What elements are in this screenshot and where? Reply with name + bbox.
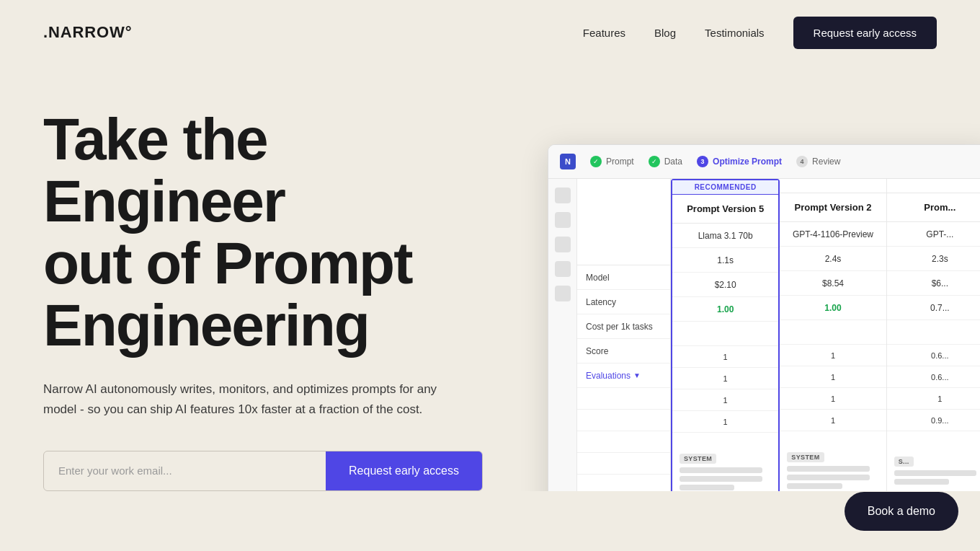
step-review-label: Review <box>812 157 840 167</box>
app-body: Model Latency Cost per 1k tasks Score Ev… <box>548 179 980 491</box>
hero-heading-line3: Engineering <box>43 292 369 358</box>
version-2-eval-2: 1 <box>780 366 886 388</box>
step-optimize: 3 Optimize Prompt <box>697 156 782 167</box>
version-2-eval-3: 1 <box>780 388 886 410</box>
system-lines-3 <box>894 470 980 485</box>
label-eval-3 <box>577 431 670 453</box>
system-label-3: S... <box>894 457 914 467</box>
comparison-area: Model Latency Cost per 1k tasks Score Ev… <box>577 179 980 491</box>
step-check-icon: ✓ <box>590 156 602 167</box>
system-line-short <box>680 485 734 490</box>
nav-testimonials[interactable]: Testimonials <box>705 27 765 39</box>
version-2-evals-header <box>780 320 886 345</box>
version-5-model: Llama 3.1 70b <box>672 224 778 248</box>
version-5-header: Prompt Version 5 <box>672 195 778 224</box>
hero-section: Take the Engineer out of Prompt Engineer… <box>0 65 980 491</box>
version-3-system: S... <box>887 431 980 491</box>
step-num-plain-icon: 4 <box>796 156 808 167</box>
version-col-2: Prompt Version 2 GPT-4-1106-Preview 2.4s… <box>780 179 886 491</box>
system-label-2: SYSTEM <box>787 452 824 462</box>
system-label-1: SYSTEM <box>680 454 716 464</box>
version-5-eval-1: 1 <box>672 346 778 368</box>
step-num-icon: 3 <box>697 156 708 167</box>
system-lines-1 <box>680 467 771 490</box>
version-5-eval-3: 1 <box>672 389 778 411</box>
version-3-evals-header <box>887 320 980 345</box>
hero-left: Take the Engineer out of Prompt Engineer… <box>43 94 519 491</box>
step-data-label: Data <box>664 157 682 167</box>
step-data: ✓ Data <box>649 156 682 167</box>
version-2-score: 1.00 <box>780 296 886 320</box>
system-line <box>787 466 870 472</box>
step-prompt-label: Prompt <box>606 157 634 167</box>
label-system <box>577 475 670 491</box>
step-prompt: ✓ Prompt <box>590 156 634 167</box>
sidebar-icon-1 <box>555 188 571 203</box>
sidebar-icon-4 <box>555 261 571 277</box>
step-tabs: ✓ Prompt ✓ Data 3 Optimize Prompt <box>590 156 840 167</box>
system-line-short <box>787 483 842 489</box>
label-latency: Latency <box>577 290 670 314</box>
version-3-eval-2: 0.6... <box>887 366 980 388</box>
book-demo-button[interactable]: Book a demo <box>845 492 958 531</box>
nav-request-access-button[interactable]: Request early access <box>793 17 937 49</box>
row-labels-column: Model Latency Cost per 1k tasks Score Ev… <box>577 179 671 491</box>
step-optimize-label: Optimize Prompt <box>713 157 782 167</box>
version-3-model: GPT-... <box>887 222 980 247</box>
version-col-5: RECOMMENDED Prompt Version 5 Llama 3.1 7… <box>671 179 780 491</box>
label-eval-4 <box>577 453 670 475</box>
version-2-latency: 2.4s <box>780 247 886 271</box>
app-logo-icon: N <box>560 154 576 169</box>
step-check-icon: ✓ <box>649 156 660 167</box>
recommended-badge: RECOMMENDED <box>672 180 778 195</box>
email-input[interactable] <box>44 451 326 490</box>
nav-features[interactable]: Features <box>583 27 625 39</box>
version-2-cost: $8.54 <box>780 271 886 296</box>
logo: .NARROW° <box>43 23 132 42</box>
sidebar-icon-2 <box>555 212 571 228</box>
version-5-evals-header <box>672 322 778 346</box>
version-3-eval-3: 1 <box>887 388 980 410</box>
nav-links: Features Blog Testimonials Request early… <box>583 17 937 49</box>
version-col-3: Prom... GPT-... 2.3s $6... 0.7... 0.6...… <box>887 179 980 491</box>
hero-subtext: Narrow AI autonomously writes, monitors,… <box>43 379 447 418</box>
version-3-latency: 2.3s <box>887 247 980 271</box>
version-5-score: 1.00 <box>672 297 778 322</box>
sidebar-icon-3 <box>555 237 571 252</box>
step-review: 4 Review <box>796 156 840 167</box>
version-3-eval-4: 0.9... <box>887 410 980 431</box>
nav-blog[interactable]: Blog <box>654 27 676 39</box>
version-5-eval-4: 1 <box>672 411 778 433</box>
label-model: Model <box>577 265 670 290</box>
version-2-system: SYSTEM <box>780 431 886 491</box>
app-sidebar <box>548 179 577 491</box>
version-2-eval-4: 1 <box>780 410 886 431</box>
navbar: .NARROW° Features Blog Testimonials Requ… <box>0 0 980 65</box>
app-preview: N ✓ Prompt ✓ Data 3 Optimize Pr <box>548 144 980 491</box>
version-columns: RECOMMENDED Prompt Version 5 Llama 3.1 7… <box>671 179 980 491</box>
label-cost: Cost per 1k tasks <box>577 314 670 339</box>
version-3-eval-1: 0.6... <box>887 345 980 366</box>
app-topbar: N ✓ Prompt ✓ Data 3 Optimize Pr <box>548 145 980 179</box>
system-line <box>787 475 870 480</box>
version-3-header: Prom... <box>887 193 980 222</box>
version-2-eval-1: 1 <box>780 345 886 366</box>
hero-heading-line1: Take the Engineer <box>43 106 285 234</box>
version-5-latency: 1.1s <box>672 248 778 273</box>
version-2-header: Prompt Version 2 <box>780 193 886 222</box>
request-access-button[interactable]: Request early access <box>326 451 482 490</box>
version-5-cost: $2.10 <box>672 273 778 297</box>
label-evaluations: Evaluations ▼ <box>577 363 670 388</box>
label-eval-2 <box>577 410 670 431</box>
version-2-model: GPT-4-1106-Preview <box>780 222 886 247</box>
hero-heading: Take the Engineer out of Prompt Engineer… <box>43 108 519 356</box>
label-score: Score <box>577 339 670 363</box>
sidebar-icon-5 <box>555 286 571 301</box>
system-line <box>680 467 762 473</box>
version-5-eval-2: 1 <box>672 368 778 389</box>
system-line-short <box>894 479 949 485</box>
system-line <box>680 476 762 482</box>
email-cta-row: Request early access <box>43 451 483 491</box>
version-3-cost: $6... <box>887 271 980 296</box>
version-5-system: SYSTEM <box>672 433 778 491</box>
